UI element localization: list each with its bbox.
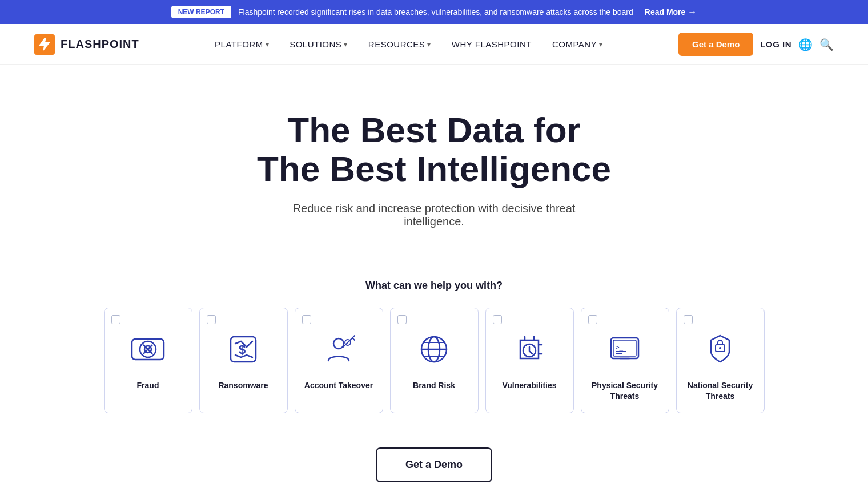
cards-section: What can we help you with? Fraud [0,280,868,435]
solutions-chevron-icon: ▾ [344,41,348,49]
log-in-link[interactable]: LOG IN [760,39,791,49]
resources-chevron-icon: ▾ [427,41,431,49]
top-banner: NEW REPORT Flashpoint recorded significa… [0,0,868,24]
physical-security-icon: >_ [604,329,645,370]
card-checkbox-account-takeover[interactable] [302,315,311,324]
read-more-link[interactable]: Read More → [645,7,697,17]
globe-icon[interactable]: 🌐 [798,38,813,51]
card-checkbox-fraud[interactable] [111,315,120,324]
get-demo-nav-button[interactable]: Get a Demo [678,33,753,56]
hero-section: The Best Data for The Best Intelligence … [0,65,868,280]
card-ransomware[interactable]: $ Ransomware [199,308,288,413]
nav-right: Get a Demo LOG IN 🌐 🔍 [678,33,834,56]
card-fraud[interactable]: Fraud [104,308,192,413]
account-takeover-icon [318,329,359,370]
svg-point-21 [719,347,721,349]
new-report-badge[interactable]: NEW REPORT [171,6,231,18]
nav-item-why-flashpoint[interactable]: WHY FLASHPOINT [444,35,540,54]
nav-item-platform[interactable]: PLATFORM ▾ [207,35,277,54]
card-label-brand-risk: Brand Risk [413,380,455,390]
card-checkbox-vulnerabilities[interactable] [493,315,502,324]
card-label-ransomware: Ransomware [218,380,268,390]
card-label-account-takeover: Account Takeover [304,380,373,390]
card-label-national-security: National Security Threats [685,380,756,401]
national-security-icon [700,329,741,370]
vulnerabilities-icon [509,329,550,370]
flashpoint-logo-icon [34,34,55,55]
cards-heading: What can we help you with? [34,280,834,292]
card-label-vulnerabilities: Vulnerabilities [502,380,556,390]
card-vulnerabilities[interactable]: Vulnerabilities [485,308,574,413]
card-checkbox-brand-risk[interactable] [397,315,407,324]
nav-item-resources[interactable]: RESOURCES ▾ [360,35,439,54]
navbar: flashpoint PLATFORM ▾ SOLUTIONS ▾ RESOUR… [0,24,868,65]
platform-chevron-icon: ▾ [266,41,270,49]
hero-subtext: Reduce risk and increase protection with… [263,202,605,228]
get-demo-button[interactable]: Get a Demo [376,447,492,482]
svg-text:>_: >_ [616,344,624,351]
company-chevron-icon: ▾ [599,41,603,49]
card-label-fraud: Fraud [137,380,159,390]
logo[interactable]: flashpoint [34,34,139,55]
demo-section: Get a Demo [0,436,868,488]
logo-text: flashpoint [61,38,139,51]
card-brand-risk[interactable]: Brand Risk [390,308,479,413]
search-icon[interactable]: 🔍 [819,38,834,51]
hero-headline: The Best Data for The Best Intelligence [206,111,662,188]
cards-row: Fraud $ Ransomware [34,308,834,413]
card-label-physical-security: Physical Security Threats [589,380,661,401]
read-more-arrow-icon: → [688,7,697,17]
brand-risk-icon [413,329,455,370]
card-national-security[interactable]: National Security Threats [676,308,765,413]
card-checkbox-physical-security[interactable] [588,315,597,324]
fraud-icon [127,329,168,370]
card-checkbox-national-security[interactable] [684,315,693,324]
banner-text: Flashpoint recorded significant rises in… [238,7,633,17]
nav-item-company[interactable]: COMPANY ▾ [544,35,611,54]
ransomware-icon: $ [223,329,264,370]
nav-links: PLATFORM ▾ SOLUTIONS ▾ RESOURCES ▾ WHY F… [207,35,611,54]
svg-point-6 [333,338,344,349]
card-account-takeover[interactable]: Account Takeover [295,308,383,413]
card-physical-security[interactable]: >_ Physical Security Threats [581,308,669,413]
card-checkbox-ransomware[interactable] [207,315,216,324]
nav-item-solutions[interactable]: SOLUTIONS ▾ [282,35,356,54]
